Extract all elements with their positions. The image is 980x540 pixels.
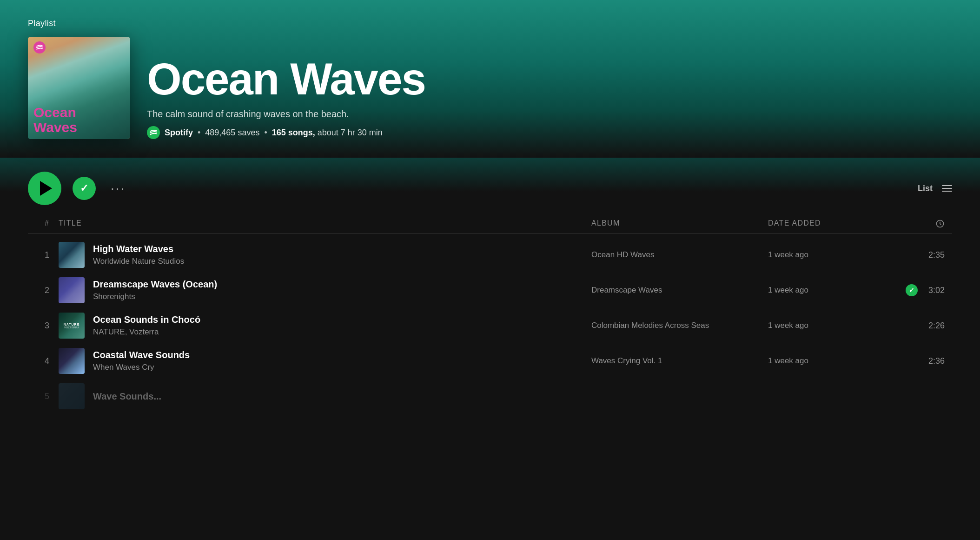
table-row[interactable]: 4 Coastal Wave Sounds When Waves Cry Wav… [28, 343, 952, 379]
track-date-added: 1 week ago [768, 286, 898, 295]
album-spotify-icon [33, 41, 125, 55]
list-view-icon [942, 185, 952, 192]
track-artist: Shorenights [93, 292, 217, 301]
track-date-added: 1 week ago [768, 250, 898, 260]
track-info: NATURE VOZTERRA Ocean Sounds in Chocó NA… [59, 313, 591, 339]
track-album: Ocean HD Waves [591, 250, 768, 260]
track-date-added: 1 week ago [768, 356, 898, 366]
track-duration: 2:35 [925, 250, 945, 260]
track-thumbnail: NATURE VOZTERRA [59, 313, 85, 339]
track-duration-cell: 2:36 [898, 356, 945, 366]
track-info: High Water Waves Worldwide Nature Studio… [59, 242, 591, 268]
table-header: # Title Album Date added [28, 214, 952, 233]
play-button[interactable] [28, 172, 61, 205]
album-art-title: OceanWaves [33, 105, 125, 134]
track-info: Wave Sounds... [59, 383, 591, 409]
track-duration-cell: ✓ 3:02 [898, 284, 945, 296]
col-header-num: # [35, 219, 59, 228]
track-name: Coastal Wave Sounds [93, 350, 190, 360]
track-texts: Coastal Wave Sounds When Waves Cry [93, 350, 190, 372]
track-texts: Wave Sounds... [93, 391, 161, 402]
track-texts: Ocean Sounds in Chocó NATURE, Vozterra [93, 314, 200, 337]
meta-saves: 489,465 saves [205, 128, 259, 138]
track-duration-cell: 2:35 [898, 250, 945, 260]
header-area: Playlist OceanWaves Ocean Waves The c [0, 0, 980, 158]
track-duration: 2:36 [925, 356, 945, 366]
svg-point-1 [147, 126, 160, 139]
track-thumbnail [59, 277, 85, 303]
meta-songs: 165 songs, about 7 hr 30 min [272, 128, 383, 138]
playlist-description: The calm sound of crashing waves on the … [147, 109, 952, 120]
check-icon: ✓ [80, 182, 88, 194]
track-album: Colombian Melodies Across Seas [591, 321, 768, 330]
album-art-overlay: OceanWaves [28, 37, 130, 139]
track-texts: Dreamscape Waves (Ocean) Shorenights [93, 279, 217, 301]
playlist-label: Playlist [28, 19, 952, 28]
controls-area: ✓ ··· List [0, 158, 980, 214]
col-header-title: Title [59, 219, 591, 228]
track-duration: 2:26 [925, 321, 945, 331]
meta-owner: Spotify [165, 128, 193, 138]
table-area: # Title Album Date added 1 High Water Wa… [0, 214, 980, 414]
track-name: Ocean Sounds in Chocó [93, 314, 200, 325]
track-thumbnail [59, 242, 85, 268]
track-number: 2 [35, 286, 59, 295]
list-label: List [918, 184, 933, 193]
track-number: 4 [35, 356, 59, 366]
controls-right[interactable]: List [918, 184, 952, 193]
col-header-date: Date added [768, 219, 898, 228]
col-header-album: Album [591, 219, 768, 228]
controls-left: ✓ ··· [28, 172, 129, 205]
track-number: 1 [35, 250, 59, 260]
table-row[interactable]: 2 Dreamscape Waves (Ocean) Shorenights D… [28, 273, 952, 308]
table-row[interactable]: 1 High Water Waves Worldwide Nature Stud… [28, 237, 952, 273]
track-name: High Water Waves [93, 244, 184, 254]
header-content: OceanWaves Ocean Waves The calm sound of… [28, 37, 952, 139]
spotify-logo-icon [147, 126, 160, 139]
table-row-partial: 5 Wave Sounds... [28, 379, 952, 414]
track-info: Coastal Wave Sounds When Waves Cry [59, 348, 591, 374]
track-info: Dreamscape Waves (Ocean) Shorenights [59, 277, 591, 303]
track-name: Dreamscape Waves (Ocean) [93, 279, 217, 290]
track-date-added: 1 week ago [768, 321, 898, 330]
saved-button[interactable]: ✓ [73, 177, 96, 200]
track-duration: 3:02 [925, 286, 945, 295]
header-info: Ocean Waves The calm sound of crashing w… [147, 57, 952, 139]
playlist-meta: Spotify • 489,465 saves • 165 songs, abo… [147, 126, 952, 139]
track-saved-badge: ✓ [906, 284, 918, 296]
track-thumbnail [59, 348, 85, 374]
svg-point-0 [33, 41, 46, 53]
more-options-button[interactable]: ··· [107, 179, 129, 198]
clock-icon [935, 219, 945, 228]
track-artist: When Waves Cry [93, 363, 190, 372]
track-artist: NATURE, Vozterra [93, 327, 200, 337]
track-number: 3 [35, 321, 59, 331]
track-thumbnail [59, 383, 85, 409]
play-icon [40, 181, 52, 196]
track-duration-cell: 2:26 [898, 321, 945, 331]
col-header-duration [898, 219, 945, 228]
track-artist: Worldwide Nature Studios [93, 257, 184, 266]
track-album: Dreamscape Waves [591, 286, 768, 295]
track-texts: High Water Waves Worldwide Nature Studio… [93, 244, 184, 266]
album-art: OceanWaves [28, 37, 130, 139]
track-saved-check-icon: ✓ [909, 287, 914, 294]
page-title: Ocean Waves [147, 57, 952, 101]
table-row[interactable]: 3 NATURE VOZTERRA Ocean Sounds in Chocó … [28, 308, 952, 343]
track-album: Waves Crying Vol. 1 [591, 356, 768, 366]
